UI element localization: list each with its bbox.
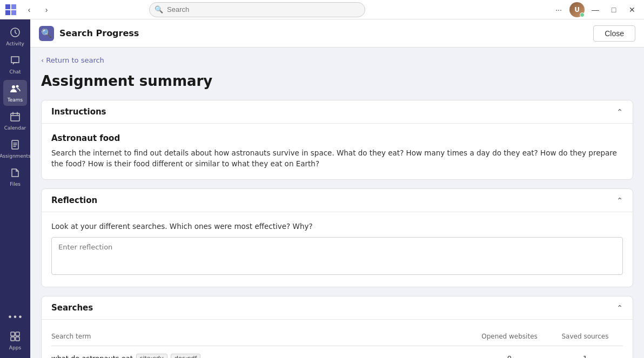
sidebar-item-files-label: Files (10, 181, 21, 187)
reflection-chevron-icon: ⌃ (616, 196, 623, 205)
more-dots-icon: ••• (8, 312, 23, 322)
searches-chevron-icon: ⌃ (616, 303, 623, 312)
instructions-chevron-icon: ⌃ (616, 107, 623, 116)
sidebar-item-apps-label: Apps (9, 345, 21, 350)
content-area: 🔍 Search Progress Close ‹ Return to sear… (30, 19, 644, 358)
col-saved: Saved sources (547, 333, 623, 340)
title-bar: ‹ › 🔍 ··· U — □ ✕ (0, 0, 644, 19)
searches-header[interactable]: Searches ⌃ (42, 296, 633, 320)
sidebar-item-more[interactable]: ••• (3, 309, 27, 326)
instructions-heading: Astronaut food (51, 133, 623, 143)
maximize-button[interactable]: □ (606, 2, 621, 17)
window-close-button[interactable]: ✕ (625, 2, 640, 17)
sidebar-item-apps[interactable]: Apps (3, 328, 27, 354)
app-logo (4, 3, 17, 16)
search-term-cell-1: what do astronauts eat site:edu doc:pdf (51, 354, 472, 359)
opened-count-1: 0 (472, 354, 547, 359)
window-actions: ··· U — □ ✕ (551, 2, 640, 17)
table-row: what do astronauts eat site:edu doc:pdf … (51, 349, 623, 359)
search-term-1: what do astronauts eat (51, 354, 133, 359)
col-opened: Opened websites (472, 333, 547, 340)
avatar-wrap[interactable]: U (569, 2, 585, 17)
reflection-section: Reflection ⌃ Look at your different sear… (41, 188, 633, 287)
sidebar-item-assignments-label: Assignments (0, 153, 31, 159)
files-icon (10, 167, 21, 180)
searches-label: Searches (51, 303, 616, 313)
activity-icon (10, 27, 21, 40)
saved-count-1: 1 (547, 354, 623, 359)
instructions-text: Search the internet to find out details … (51, 147, 623, 170)
page-title: Assignment summary (41, 73, 633, 89)
searches-section: Searches ⌃ Search term Opened websites S… (41, 296, 633, 359)
searches-table-header: Search term Opened websites Saved source… (51, 329, 623, 346)
sidebar-item-activity-label: Activity (6, 41, 24, 46)
svg-rect-7 (11, 113, 19, 121)
calendar-icon (10, 111, 21, 124)
sidebar-item-chat[interactable]: Chat (3, 52, 27, 78)
search-bar: 🔍 (149, 2, 365, 17)
reflection-header[interactable]: Reflection ⌃ (42, 189, 633, 212)
minimize-button[interactable]: — (588, 2, 603, 17)
back-button[interactable]: ‹ (22, 2, 37, 17)
header-app-icon: 🔍 (39, 26, 54, 41)
svg-rect-3 (11, 10, 16, 15)
avatar-status (580, 12, 585, 17)
sidebar: Activity Chat Teams (0, 19, 30, 358)
svg-rect-1 (11, 4, 16, 9)
forward-button[interactable]: › (39, 2, 54, 17)
app-body: Activity Chat Teams (0, 19, 644, 358)
svg-rect-0 (5, 4, 10, 9)
apps-icon (10, 331, 21, 344)
instructions-body: Astronaut food Search the internet to fi… (42, 124, 633, 179)
sidebar-item-assignments[interactable]: Assignments (3, 136, 27, 162)
instructions-section: Instructions ⌃ Astronaut food Search the… (41, 100, 633, 180)
sidebar-item-teams[interactable]: Teams (3, 80, 27, 106)
page-content: ‹ Return to search Assignment summary In… (30, 48, 644, 358)
chat-icon (10, 55, 21, 68)
chevron-left-icon: ‹ (41, 56, 44, 64)
sidebar-item-activity[interactable]: Activity (3, 24, 27, 50)
reflection-prompt: Look at your different searches. Which o… (51, 222, 623, 231)
sidebar-item-files[interactable]: Files (3, 164, 27, 190)
svg-point-5 (12, 85, 15, 89)
svg-rect-9 (11, 332, 15, 336)
reflection-input[interactable] (51, 237, 623, 275)
svg-rect-10 (16, 332, 19, 336)
reflection-body: Look at your different searches. Which o… (42, 212, 633, 287)
svg-rect-12 (16, 337, 19, 341)
svg-rect-11 (11, 337, 15, 341)
instructions-label: Instructions (51, 107, 616, 117)
app-header-title: Search Progress (59, 28, 139, 38)
assignments-icon (10, 139, 21, 152)
svg-rect-2 (5, 10, 10, 15)
search-icon: 🔍 (155, 5, 163, 13)
back-link[interactable]: ‹ Return to search (41, 56, 633, 64)
col-search-term: Search term (51, 333, 472, 340)
sidebar-item-teams-label: Teams (8, 97, 23, 103)
tag-doc-pdf: doc:pdf (171, 354, 200, 359)
reflection-label: Reflection (51, 195, 616, 205)
close-button[interactable]: Close (593, 25, 635, 42)
sidebar-item-calendar-label: Calendar (4, 125, 26, 131)
sidebar-item-calendar[interactable]: Calendar (3, 108, 27, 134)
back-link-label: Return to search (46, 56, 104, 64)
tag-site-edu: site:edu (136, 354, 167, 359)
teams-icon (10, 83, 21, 96)
svg-point-6 (16, 85, 19, 88)
instructions-header[interactable]: Instructions ⌃ (42, 100, 633, 124)
nav-buttons: ‹ › (22, 2, 54, 17)
search-input[interactable] (149, 2, 365, 17)
searches-body: Search term Opened websites Saved source… (42, 320, 633, 359)
app-header: 🔍 Search Progress Close (30, 19, 644, 48)
searches-table: Search term Opened websites Saved source… (51, 329, 623, 359)
sidebar-item-chat-label: Chat (9, 69, 21, 75)
more-button[interactable]: ··· (551, 2, 566, 17)
